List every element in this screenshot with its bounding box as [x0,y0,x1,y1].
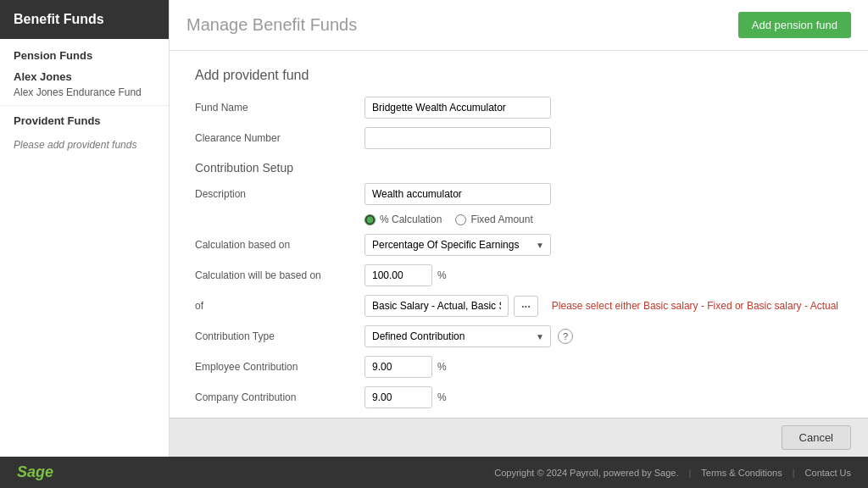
radio-percent-input[interactable] [364,214,376,225]
footer-separator1: | [688,468,691,478]
terms-conditions-link[interactable]: Terms & Conditions [701,468,782,478]
company-contribution-label: Company Contribution [195,391,364,403]
footer-copyright: Copyright © 2024 Payroll, powered by Sag… [494,468,678,478]
radio-fixed-text: Fixed Amount [470,214,532,225]
page-title: Manage Benefit Funds [186,15,357,35]
sidebar-provident-title[interactable]: Provident Funds [0,105,169,132]
calculation-will-label: Calculation will be based on [195,269,364,281]
employee-percent-sign: % [437,361,447,373]
clearance-number-label: Clearance Number [195,132,364,144]
percent-input-group: % [364,264,447,286]
description-input[interactable] [364,183,551,205]
contact-us-link[interactable]: Contact Us [805,468,851,478]
contribution-type-wrapper: Defined Contribution ▼ [364,325,551,347]
sidebar-provident-placeholder: Please add provident funds [0,132,169,158]
contribution-type-select[interactable]: Defined Contribution [364,325,551,347]
of-row: of ··· Please select either Basic salary… [195,295,843,317]
radio-percent-text: % Calculation [380,214,442,225]
main-header: Manage Benefit Funds Add pension fund [170,0,868,51]
sidebar-user-name[interactable]: Alex Jones [0,67,169,85]
sage-logo: Sage [17,463,53,481]
help-icon[interactable]: ? [558,329,573,344]
calculation-based-row: Calculation based on Percentage Of Speci… [195,234,843,256]
description-label: Description [195,188,364,200]
calculation-based-wrapper: Percentage Of Specific Earnings ▼ [364,234,551,256]
of-input-group: ··· Please select either Basic salary - … [364,295,838,317]
percent-sign: % [437,269,447,281]
action-bar: Cancel [170,418,868,457]
calculation-will-input[interactable] [364,264,432,286]
description-row: Description [195,183,843,205]
footer-links: Copyright © 2024 Payroll, powered by Sag… [494,468,851,478]
sidebar-pension-title[interactable]: Pension Funds [0,39,169,67]
employee-contribution-label: Employee Contribution [195,361,364,373]
cancel-button[interactable]: Cancel [782,425,851,450]
employee-contribution-row: Employee Contribution % [195,356,843,378]
radio-row: % Calculation Fixed Amount [364,214,843,225]
radio-fixed-label[interactable]: Fixed Amount [455,214,532,225]
fund-name-input[interactable] [364,97,551,119]
clearance-number-row: Clearance Number [195,127,843,149]
sidebar-title: Benefit Funds [14,12,104,26]
calculation-based-label: Calculation based on [195,239,364,251]
radio-fixed-input[interactable] [455,214,466,225]
contribution-type-row: Contribution Type Defined Contribution ▼… [195,325,843,347]
add-pension-button[interactable]: Add pension fund [738,12,851,38]
company-percent-sign: % [437,391,447,403]
sidebar-user-fund[interactable]: Alex Jones Endurance Fund [0,85,169,105]
company-contribution-row: Company Contribution % [195,386,843,408]
dots-button[interactable]: ··· [514,296,538,317]
error-message: Please select either Basic salary - Fixe… [552,300,838,312]
contribution-setup-title: Contribution Setup [195,161,843,175]
fund-name-label: Fund Name [195,102,364,114]
sidebar: Benefit Funds Pension Funds Alex Jones A… [0,0,170,457]
clearance-number-input[interactable] [364,127,551,149]
main-content: Manage Benefit Funds Add pension fund Ad… [170,0,868,457]
calculation-based-select[interactable]: Percentage Of Specific Earnings [364,234,551,256]
footer: Sage Copyright © 2024 Payroll, powered b… [0,457,868,488]
employee-contribution-input[interactable] [364,356,432,378]
fund-name-row: Fund Name [195,97,843,119]
radio-percent-label[interactable]: % Calculation [364,214,442,225]
footer-separator2: | [793,468,795,478]
employee-contribution-group: % [364,356,447,378]
form-area: Add provident fund Fund Name Clearance N… [170,51,868,418]
company-contribution-input[interactable] [364,386,432,408]
of-input[interactable] [364,295,509,317]
of-label: of [195,300,364,312]
contribution-type-label: Contribution Type [195,330,364,342]
calculation-will-row: Calculation will be based on % [195,264,843,286]
form-section-title: Add provident fund [195,68,843,83]
company-contribution-group: % [364,386,447,408]
sidebar-header: Benefit Funds [0,0,169,39]
